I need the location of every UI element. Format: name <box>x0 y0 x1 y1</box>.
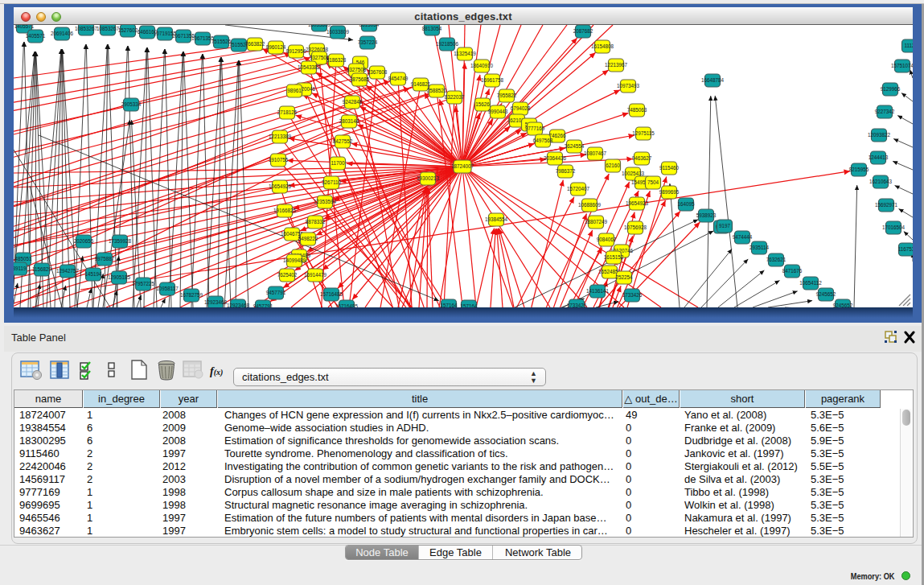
svg-text:19654923: 19654923 <box>626 200 649 206</box>
svg-text:9245652: 9245652 <box>816 291 836 297</box>
svg-text:15751074: 15751074 <box>891 63 913 68</box>
svg-text:17016504: 17016504 <box>882 225 906 230</box>
svg-text:15720407: 15720407 <box>567 186 590 192</box>
svg-text:14099489: 14099489 <box>283 257 306 263</box>
svg-text:20364436: 20364436 <box>544 155 567 161</box>
svg-text:1910755: 1910755 <box>269 157 289 163</box>
svg-text:15692971: 15692971 <box>875 202 898 208</box>
svg-text:9457791: 9457791 <box>266 290 286 295</box>
svg-text:1244413: 1244413 <box>869 154 889 160</box>
svg-text:9975887: 9975887 <box>95 256 115 262</box>
svg-text:16782759: 16782759 <box>180 292 203 298</box>
svg-text:7357224: 7357224 <box>358 39 378 45</box>
svg-text:9463627: 9463627 <box>632 155 652 161</box>
svg-text:7955822: 7955822 <box>497 93 517 98</box>
svg-text:2020656: 2020656 <box>74 238 94 244</box>
svg-text:1405571: 1405571 <box>26 33 46 39</box>
svg-text:39119: 39119 <box>14 266 27 271</box>
svg-text:10688609: 10688609 <box>578 202 602 208</box>
svg-text:8186328: 8186328 <box>326 57 347 63</box>
svg-text:16033809: 16033809 <box>326 29 350 35</box>
svg-text:7663822: 7663822 <box>245 41 265 47</box>
svg-text:16210643: 16210643 <box>869 179 893 184</box>
svg-text:10853267: 10853267 <box>75 26 98 31</box>
svg-text:12975115: 12975115 <box>632 130 655 136</box>
svg-text:3267110: 3267110 <box>322 179 342 185</box>
svg-text:19166825: 19166825 <box>273 208 297 213</box>
svg-text:16154808: 16154808 <box>591 43 614 49</box>
svg-text:10958117: 10958117 <box>156 286 179 291</box>
svg-text:9474444: 9474444 <box>733 234 753 240</box>
svg-text:7504: 7504 <box>647 179 659 185</box>
svg-text:9197: 9197 <box>719 223 731 229</box>
svg-text:17359928: 17359928 <box>109 238 132 244</box>
svg-text:6497568: 6497568 <box>533 138 553 143</box>
svg-text:9990443: 9990443 <box>488 109 508 114</box>
svg-text:9084067: 9084067 <box>597 237 617 242</box>
svg-text:10654925: 10654925 <box>269 183 292 189</box>
svg-text:9115460: 9115460 <box>659 165 680 171</box>
svg-text:8813054: 8813054 <box>359 25 380 27</box>
svg-text:16648784: 16648784 <box>701 77 725 83</box>
svg-text:12353594: 12353594 <box>314 199 337 204</box>
svg-text:12213389: 12213389 <box>269 134 292 139</box>
svg-text:12213967: 12213967 <box>605 62 628 68</box>
svg-text:2718126: 2718126 <box>277 109 298 115</box>
svg-text:7625402: 7625402 <box>277 272 298 278</box>
svg-text:f(x): f(x) <box>210 365 223 377</box>
svg-text:62160: 62160 <box>606 163 620 168</box>
svg-text:8427552: 8427552 <box>333 138 353 144</box>
svg-text:18807249: 18807249 <box>585 219 608 225</box>
svg-text:17957225: 17957225 <box>132 281 155 286</box>
svg-text:15626: 15626 <box>475 101 490 107</box>
svg-text:252254: 252254 <box>615 274 633 280</box>
svg-text:7986372: 7986372 <box>556 168 576 174</box>
svg-text:10807467: 10807467 <box>584 150 607 156</box>
svg-text:1112: 1112 <box>904 43 913 48</box>
svg-text:18640910: 18640910 <box>470 63 494 68</box>
svg-text:8215955: 8215955 <box>849 167 869 172</box>
svg-text:19384554: 19384554 <box>485 216 508 222</box>
svg-text:10654112: 10654112 <box>799 280 822 286</box>
svg-text:8454749: 8454749 <box>388 76 409 81</box>
svg-text:2588520: 2588520 <box>427 88 447 93</box>
svg-text:1156829: 1156829 <box>32 266 52 272</box>
svg-text:9227342: 9227342 <box>875 109 895 114</box>
svg-text:8960124: 8960124 <box>266 44 286 50</box>
svg-text:98961: 98961 <box>287 88 302 93</box>
svg-text:3624554: 3624554 <box>565 143 585 149</box>
svg-text:11325419: 11325419 <box>454 51 476 56</box>
svg-text:9899695: 9899695 <box>659 189 680 195</box>
svg-text:8878332: 8878332 <box>306 219 326 225</box>
svg-text:5498222: 5498222 <box>298 236 318 241</box>
svg-text:8813054: 8813054 <box>422 26 442 31</box>
svg-text:19218506: 19218506 <box>436 41 459 47</box>
svg-text:9129966: 9129966 <box>881 86 901 92</box>
svg-text:20691406: 20691406 <box>51 31 74 36</box>
svg-text:10025433: 10025433 <box>622 171 645 176</box>
svg-text:16914479: 16914479 <box>304 272 327 278</box>
svg-text:11700: 11700 <box>331 160 345 166</box>
svg-text:1405571: 1405571 <box>14 25 35 29</box>
svg-text:19300213: 19300213 <box>417 175 440 181</box>
svg-text:10543382: 10543382 <box>298 64 321 70</box>
svg-text:12942757: 12942757 <box>56 268 80 274</box>
svg-text:1615152: 1615152 <box>604 254 624 260</box>
svg-text:10973493: 10973493 <box>617 83 640 89</box>
svg-text:15716485: 15716485 <box>320 291 343 297</box>
svg-text:7485063: 7485063 <box>627 107 647 113</box>
svg-text:9146821: 9146821 <box>411 81 431 87</box>
svg-text:2803144: 2803144 <box>339 118 359 124</box>
svg-text:14136141: 14136141 <box>586 288 610 294</box>
svg-text:10756928: 10756928 <box>624 225 647 230</box>
svg-text:12923468: 12923468 <box>204 299 228 305</box>
svg-text:485051: 485051 <box>14 256 32 262</box>
svg-text:2367608: 2367608 <box>368 69 388 75</box>
svg-text:8322037: 8322037 <box>445 94 465 100</box>
svg-text:8471676: 8471676 <box>782 268 803 274</box>
svg-text:10853267: 10853267 <box>97 26 120 31</box>
svg-text:164095: 164095 <box>677 201 695 207</box>
svg-text:2935114: 2935114 <box>749 245 770 250</box>
svg-text:116753: 116753 <box>898 246 913 252</box>
svg-text:1527602: 1527602 <box>118 27 138 33</box>
